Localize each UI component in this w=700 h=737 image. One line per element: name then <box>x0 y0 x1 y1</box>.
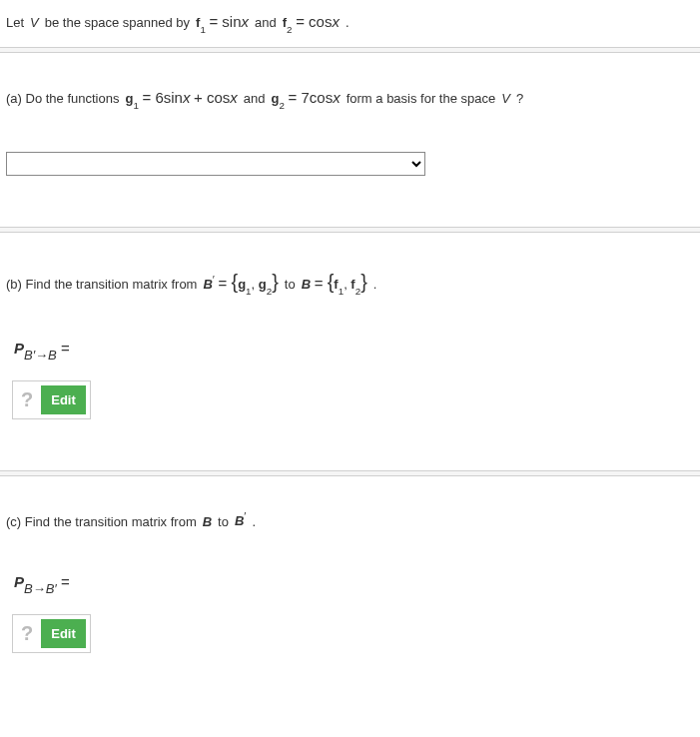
part-c-label: (c) Find the transition matrix from <box>6 510 197 533</box>
intro-and1: and <box>255 11 277 34</box>
g2-eq: = 7cos <box>289 89 334 106</box>
intro-text: Let V be the space spanned by f1 = sinx … <box>6 8 694 36</box>
matrix-c-label: PB→B′ = <box>14 573 694 594</box>
help-icon[interactable]: ? <box>17 622 41 645</box>
b-prime: B <box>203 277 212 292</box>
matrix-b-label: PB′→B = <box>14 340 694 361</box>
part-c-period: . <box>252 510 256 533</box>
matrix-sub-c: B→B′ <box>24 581 57 596</box>
part-a-dropdown[interactable] <box>6 152 425 176</box>
f1-var: x <box>242 13 250 30</box>
divider <box>0 470 700 476</box>
part-a-and: and <box>244 87 266 110</box>
f2bs: 2 <box>355 286 360 297</box>
f2-var: x <box>332 13 340 30</box>
g1b: g <box>238 277 246 292</box>
edit-group-c: ? Edit <box>12 614 91 653</box>
c-bprime-sup: ′ <box>244 510 246 522</box>
g2b: g <box>259 277 267 292</box>
f2-sub: 2 <box>287 24 292 35</box>
matrix-sub: B′→B <box>24 348 57 363</box>
part-a-text: (a) Do the functions g1 = 6sinx + cosx a… <box>6 84 694 112</box>
intro-v: V <box>30 11 39 34</box>
g1-var2: x <box>230 89 238 106</box>
intro-section: Let V be the space spanned by f1 = sinx … <box>0 0 700 44</box>
g2-var: x <box>333 89 341 106</box>
f1bs: 1 <box>339 286 344 297</box>
part-c-section: (c) Find the transition matrix from B to… <box>0 479 700 661</box>
f1-sub: 1 <box>200 24 205 35</box>
b-eq: = <box>219 275 232 292</box>
edit-group-b: ? Edit <box>12 380 91 419</box>
rbrace: } <box>272 271 279 293</box>
part-b-label: (b) Find the transition matrix from <box>6 273 197 296</box>
part-b-to: to <box>285 273 296 296</box>
g1-eq: = 6sin <box>142 89 182 106</box>
g1-var: x <box>183 89 191 106</box>
intro-prefix: Let <box>6 11 24 34</box>
matrix-eq: = <box>61 340 70 357</box>
c-bprime: B <box>235 514 244 529</box>
part-a-v: V <box>501 87 510 110</box>
f1-eq: = sin <box>209 13 241 30</box>
part-a-tail: form a basis for the space <box>347 87 496 110</box>
divider <box>0 47 700 53</box>
rbrace2: } <box>360 271 367 293</box>
b-prime-sup: ′ <box>213 274 215 286</box>
g1-plus: + cos <box>194 89 230 106</box>
help-icon[interactable]: ? <box>17 388 41 411</box>
part-a-section: (a) Do the functions g1 = 6sinx + cosx a… <box>0 56 700 224</box>
intro-spanned: be the space spanned by <box>45 11 190 34</box>
edit-button[interactable]: Edit <box>41 619 86 648</box>
g1-sub: 1 <box>133 100 138 111</box>
matrix-p: P <box>14 340 24 357</box>
b-eq2: = <box>315 275 328 292</box>
part-a-label: (a) Do the functions <box>6 87 119 110</box>
g1bs: 1 <box>246 286 251 297</box>
intro-period: . <box>346 11 350 34</box>
comma: , <box>252 277 259 292</box>
f2-eq: = cos <box>296 13 332 30</box>
part-a-q: ? <box>516 87 523 110</box>
divider <box>0 227 700 233</box>
part-c-to: to <box>218 510 229 533</box>
part-b-section: (b) Find the transition matrix from B′ =… <box>0 236 700 467</box>
b-basis: B <box>302 277 311 292</box>
matrix-p-c: P <box>14 573 24 590</box>
g2bs: 2 <box>267 286 272 297</box>
edit-button[interactable]: Edit <box>41 385 86 414</box>
g2-sub: 2 <box>279 100 284 111</box>
matrix-eq-c: = <box>61 573 70 590</box>
part-b-text: (b) Find the transition matrix from B′ =… <box>6 264 694 300</box>
c-b: B <box>203 510 212 533</box>
part-b-period: . <box>373 273 377 296</box>
part-c-text: (c) Find the transition matrix from B to… <box>6 507 694 533</box>
